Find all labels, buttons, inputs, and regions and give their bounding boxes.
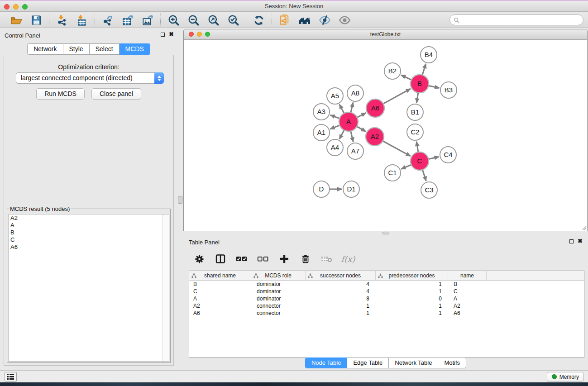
table-row[interactable]: A2connector11A2 xyxy=(189,302,584,310)
table-cell[interactable]: 8 xyxy=(306,295,376,302)
criterion-dropdown[interactable]: largest connected component (directed) xyxy=(16,72,164,84)
table-cell[interactable]: connector xyxy=(251,303,306,309)
table-cell[interactable]: A xyxy=(189,295,251,302)
column-header-MCDS-role[interactable]: MCDS role xyxy=(251,271,306,280)
close-panel-icon[interactable]: ✖ xyxy=(169,32,174,37)
run-mcds-button[interactable]: Run MCDS xyxy=(36,88,85,100)
network-zoom-button[interactable] xyxy=(205,32,210,37)
table-cell[interactable]: C xyxy=(448,288,487,295)
split-handle[interactable] xyxy=(178,196,182,204)
mcds-result-item[interactable]: A xyxy=(9,222,169,229)
zoom-in-button[interactable] xyxy=(167,14,180,27)
network-graph[interactable]: B4B2BB3B1A5A8A6A3AA1C2A2A4A7C4CC1C3DD1 xyxy=(184,40,587,231)
deselect-all-rows-button[interactable] xyxy=(257,253,269,265)
create-column-button[interactable] xyxy=(278,253,290,265)
column-visibility-button[interactable] xyxy=(215,253,226,265)
graph-edge-A6-B[interactable] xyxy=(382,89,411,105)
tab-style[interactable]: Style xyxy=(63,43,90,55)
open-session-button[interactable] xyxy=(10,14,23,27)
resize-grip-icon[interactable] xyxy=(581,225,587,230)
table-cell[interactable]: 0 xyxy=(376,295,448,302)
table-cell[interactable]: dominator xyxy=(251,295,306,302)
table-cell[interactable]: A6 xyxy=(448,310,487,316)
import-table-button[interactable] xyxy=(76,14,88,27)
minimize-window-button[interactable] xyxy=(13,4,19,10)
table-cell[interactable]: 4 xyxy=(306,288,376,295)
show-graphics-details-button[interactable] xyxy=(338,14,351,27)
import-network-button[interactable] xyxy=(56,14,68,27)
save-session-button[interactable] xyxy=(30,14,43,27)
refresh-button[interactable] xyxy=(253,14,265,27)
close-panel-button[interactable]: Close panel xyxy=(91,88,141,100)
table-cell[interactable]: A2 xyxy=(448,303,487,309)
task-history-button[interactable] xyxy=(5,372,17,381)
split-handle[interactable] xyxy=(382,232,389,234)
tab-mcds[interactable]: MCDS xyxy=(120,43,150,55)
zoom-out-button[interactable] xyxy=(187,14,200,27)
table-cell[interactable]: A2 xyxy=(189,303,251,309)
close-panel-icon[interactable]: ✖ xyxy=(578,239,583,243)
tab-network[interactable]: Network xyxy=(27,43,63,55)
tab-select[interactable]: Select xyxy=(90,43,120,55)
table-row[interactable]: Cdominator41C xyxy=(189,288,584,295)
memory-button[interactable]: Memory xyxy=(547,372,584,381)
float-panel-icon[interactable] xyxy=(161,33,165,37)
table-cell[interactable]: B xyxy=(189,281,251,287)
mcds-result-item[interactable]: B xyxy=(9,229,169,236)
select-all-rows-button[interactable] xyxy=(236,253,248,265)
tab-network-table[interactable]: Network Table xyxy=(389,357,438,368)
table-row[interactable]: Adominator80A xyxy=(189,295,584,302)
table-cell[interactable]: 1 xyxy=(376,310,448,316)
table-cell[interactable]: B xyxy=(448,281,487,287)
result-scrollbar[interactable] xyxy=(163,214,169,361)
table-cell[interactable]: dominator xyxy=(251,281,306,287)
table-cell[interactable]: 1 xyxy=(376,303,448,309)
horizontal-split-divider[interactable] xyxy=(183,231,588,235)
delete-table-button[interactable] xyxy=(321,253,333,265)
table-cell[interactable]: 1 xyxy=(306,310,376,316)
mcds-result-list[interactable]: A2ABCA6 xyxy=(8,214,169,362)
table-cell[interactable]: 1 xyxy=(376,288,448,295)
network-close-button[interactable] xyxy=(189,32,194,37)
graph-edge-A2-C[interactable] xyxy=(381,140,411,156)
zoom-selected-button[interactable] xyxy=(227,14,239,27)
apply-function-button[interactable]: f(x) xyxy=(342,253,354,265)
table-cell[interactable]: A6 xyxy=(189,310,251,316)
table-settings-button[interactable] xyxy=(193,253,205,265)
export-network-button[interactable] xyxy=(101,14,114,27)
table-cell[interactable]: 1 xyxy=(306,303,376,309)
export-table-button[interactable] xyxy=(121,14,134,27)
network-window-titlebar[interactable]: testGlobe.txt xyxy=(184,29,587,40)
zoom-window-button[interactable] xyxy=(22,4,28,10)
column-header-successor-nodes[interactable]: successor nodes xyxy=(306,271,376,280)
table-cell[interactable]: 4 xyxy=(306,281,376,287)
table-cell[interactable]: connector xyxy=(251,310,306,316)
table-row[interactable]: Bdominator41B xyxy=(189,281,584,288)
mcds-result-item[interactable]: A6 xyxy=(9,243,169,251)
tab-node-table[interactable]: Node Table xyxy=(305,357,348,368)
table-row[interactable]: A6connector11A6 xyxy=(189,310,584,317)
search-field[interactable] xyxy=(449,14,583,25)
table-cell[interactable]: dominator xyxy=(251,288,306,295)
column-header-name[interactable]: name xyxy=(448,271,487,280)
export-image-button[interactable] xyxy=(141,14,154,27)
table-cell[interactable]: A xyxy=(448,295,487,302)
mcds-result-item[interactable]: C xyxy=(9,236,169,243)
column-header-shared-name[interactable]: shared name xyxy=(189,271,251,280)
show-welcome-screen-button[interactable] xyxy=(298,14,311,27)
mcds-result-item[interactable]: A2 xyxy=(9,214,169,222)
column-header-predecessor-nodes[interactable]: predecessor nodes xyxy=(376,271,448,280)
tab-edge-table[interactable]: Edge Table xyxy=(347,357,389,368)
table-cell[interactable]: C xyxy=(189,288,251,295)
delete-columns-button[interactable] xyxy=(300,253,311,265)
network-minimize-button[interactable] xyxy=(197,32,202,37)
search-input[interactable] xyxy=(459,17,583,23)
network-canvas[interactable]: B4B2BB3B1A5A8A6A3AA1C2A2A4A7C4CC1C3DD1 xyxy=(184,40,587,231)
tab-motifs[interactable]: Motifs xyxy=(438,357,466,368)
zoom-fit-button[interactable] xyxy=(207,14,220,27)
close-window-button[interactable] xyxy=(4,4,10,10)
new-network-from-file-button[interactable] xyxy=(278,14,291,27)
float-panel-icon[interactable] xyxy=(569,239,574,243)
table-cell[interactable]: 1 xyxy=(376,281,448,287)
vertical-split-divider[interactable] xyxy=(177,29,183,370)
